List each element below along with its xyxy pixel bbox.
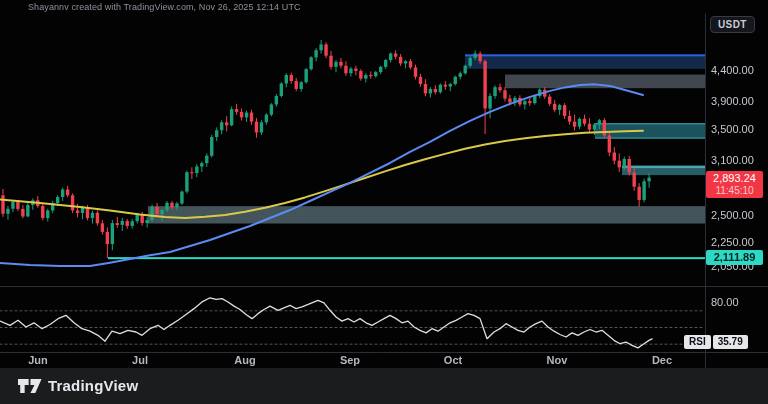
trading-chart-window: Shayannv created with TradingView.com, N… bbox=[0, 0, 768, 404]
price-tick-label: 3,100.00 bbox=[711, 154, 754, 166]
month-label-dec: Dec bbox=[640, 354, 684, 366]
last-price-value: 2,893.24 bbox=[706, 172, 763, 185]
price-tick-label: 4,400.00 bbox=[711, 64, 754, 76]
footer-bar: TradingView bbox=[0, 368, 768, 404]
quote-currency-badge[interactable]: USDT bbox=[710, 16, 755, 33]
level-price-badge: 2,111.89 bbox=[706, 250, 763, 265]
chart-attribution: Shayannv created with TradingView.com, N… bbox=[28, 2, 301, 12]
rsi-name-box[interactable]: RSI bbox=[684, 335, 711, 349]
rsi-value-labels[interactable]: RSI 35.79 bbox=[684, 335, 748, 349]
rsi-axis-tick: 80.00 bbox=[711, 296, 739, 308]
price-tick-label: 2,250.00 bbox=[711, 236, 754, 248]
price-chart-canvas[interactable] bbox=[0, 0, 768, 404]
price-tick-label: 3,500.00 bbox=[711, 123, 754, 135]
last-price-badge[interactable]: 2,893.24 11:45:10 bbox=[706, 171, 763, 198]
month-label-sep: Sep bbox=[328, 354, 372, 366]
month-label-nov: Nov bbox=[535, 354, 579, 366]
month-label-jun: Jun bbox=[16, 354, 60, 366]
month-label-jul: Jul bbox=[118, 354, 162, 366]
candle-countdown: 11:45:10 bbox=[706, 185, 763, 196]
price-tick-label: 2,500.00 bbox=[711, 209, 754, 221]
tradingview-brand-text[interactable]: TradingView bbox=[48, 377, 138, 394]
price-tick-label: 3,900.00 bbox=[711, 95, 754, 107]
month-label-aug: Aug bbox=[223, 354, 267, 366]
rsi-value-box: 35.79 bbox=[713, 335, 748, 349]
month-label-oct: Oct bbox=[431, 354, 475, 366]
tradingview-logo-icon[interactable] bbox=[18, 375, 42, 397]
